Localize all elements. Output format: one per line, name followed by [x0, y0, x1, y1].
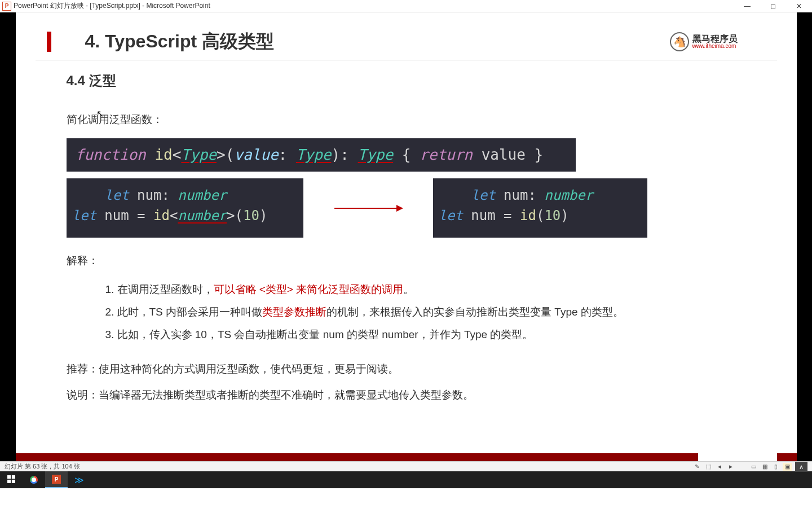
code-block-inferred: let num: number let num = id(10) — [433, 178, 647, 238]
pointer-tool-icon[interactable]: ⬚ — [704, 463, 713, 471]
window-controls: — ◻ ✕ — [734, 0, 812, 12]
maximize-button[interactable]: ◻ — [760, 0, 786, 12]
start-button[interactable] — [0, 471, 23, 488]
slide-counter: 幻灯片 第 63 张，共 104 张 — [5, 462, 691, 471]
svg-rect-3 — [12, 479, 15, 483]
code-block-explicit: let num: number let num = id<number>(10) — [67, 178, 303, 238]
brand-url: www.itheima.com — [692, 43, 738, 49]
code-block-function: function id<Type>(value: Type): Type { r… — [67, 138, 576, 172]
slide-footer-tab — [698, 453, 777, 461]
intro-text: 简化调用泛型函数： — [67, 112, 746, 127]
pen-tool-icon[interactable]: ✎ — [692, 463, 701, 471]
chrome-icon — [30, 476, 38, 484]
list-item: 在调用泛型函数时，可以省略 <类型> 来简化泛型函数的调用。 — [117, 278, 746, 301]
expand-icon[interactable]: ∧ — [795, 462, 807, 472]
prev-slide-icon[interactable]: ◄ — [715, 463, 724, 471]
list-item: 比如，传入实参 10，TS 会自动推断出变量 num 的类型 number，并作… — [117, 323, 746, 346]
slide-body: 4.4 泛型 ↖ 简化调用泛型函数： function id<Type>(val… — [16, 60, 797, 402]
vscode-icon: ≫ — [74, 475, 84, 485]
title-accent-bar — [47, 32, 51, 52]
recommend-text: 推荐：使用这种简化的方式调用泛型函数，使代码更短，更易于阅读。 — [67, 362, 746, 376]
taskbar-vscode[interactable]: ≫ — [68, 471, 90, 488]
powerpoint-icon: P — [52, 475, 61, 484]
normal-view-icon[interactable]: ▭ — [749, 463, 758, 471]
list-item: 此时，TS 内部会采用一种叫做类型参数推断的机制，来根据传入的实参自动推断出类型… — [117, 301, 746, 323]
slide-header: 4. TypeScript 高级类型 🐴 黑马程序员 www.itheima.c… — [36, 12, 777, 60]
brand-name: 黑马程序员 — [692, 34, 738, 43]
horse-icon: 🐴 — [670, 32, 689, 51]
powerpoint-icon: P — [2, 2, 11, 11]
brand-logo: 🐴 黑马程序员 www.itheima.com — [670, 32, 738, 51]
windows-taskbar: P ≫ — [0, 471, 812, 488]
explain-list: 在调用泛型函数时，可以省略 <类型> 来简化泛型函数的调用。 此时，TS 内部会… — [67, 278, 746, 346]
close-button[interactable]: ✕ — [786, 0, 812, 12]
minimize-button[interactable]: — — [734, 0, 760, 12]
svg-rect-1 — [12, 475, 15, 479]
slide-footer-bar — [16, 453, 797, 461]
code-comparison-row: let num: number let num = id<number>(10)… — [67, 178, 746, 238]
taskbar-chrome[interactable] — [23, 471, 45, 488]
reading-view-icon[interactable]: ▯ — [771, 463, 780, 471]
status-bar: 幻灯片 第 63 张，共 104 张 ✎ ⬚ ◄ ► ▭ ▦ ▯ ▣ ∧ — [0, 461, 812, 471]
arrow-right-icon — [326, 208, 411, 209]
slide-title: 4. TypeScript 高级类型 — [85, 29, 670, 54]
slideshow-viewport[interactable]: 4. TypeScript 高级类型 🐴 黑马程序员 www.itheima.c… — [0, 12, 812, 461]
note-text: 说明：当编译器无法推断类型或者推断的类型不准确时，就需要显式地传入类型参数。 — [67, 388, 746, 402]
svg-rect-0 — [7, 475, 11, 479]
slide: 4. TypeScript 高级类型 🐴 黑马程序员 www.itheima.c… — [16, 12, 797, 461]
slideshow-view-icon[interactable]: ▣ — [783, 463, 792, 471]
window-titlebar: P PowerPoint 幻灯片放映 - [TypeScript.pptx] -… — [0, 0, 812, 12]
window-title: PowerPoint 幻灯片放映 - [TypeScript.pptx] - M… — [14, 1, 734, 11]
next-slide-icon[interactable]: ► — [726, 463, 735, 471]
slide-subheading: 4.4 泛型 — [67, 72, 746, 90]
taskbar-powerpoint[interactable]: P — [45, 471, 68, 488]
svg-rect-2 — [7, 479, 11, 483]
sorter-view-icon[interactable]: ▦ — [760, 463, 769, 471]
explain-label: 解释： — [67, 253, 746, 268]
